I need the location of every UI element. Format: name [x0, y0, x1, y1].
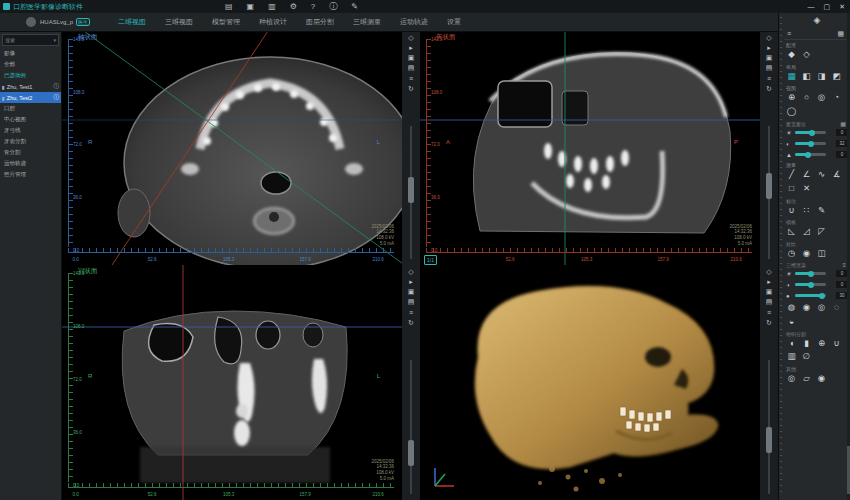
arch-upper-icon[interactable]: ∪ [785, 204, 798, 218]
play-icon[interactable]: ▸ [760, 43, 778, 53]
folder-icon[interactable]: ▤ [225, 3, 233, 11]
panel-menu-icon[interactable]: ≡ [787, 30, 791, 37]
slider-track[interactable] [795, 294, 826, 297]
slice-scrollbar[interactable] [768, 360, 770, 494]
play-icon[interactable]: ▸ [760, 277, 778, 287]
layout-grid-icon[interactable]: ▦ [785, 70, 798, 84]
edit-icon[interactable]: ✎ [351, 3, 358, 11]
slider-track[interactable] [795, 153, 826, 156]
preset-xray-icon[interactable]: ◒ [785, 315, 798, 329]
reset-view-icon[interactable]: ◯ [785, 105, 798, 119]
list-icon[interactable]: ≡ [760, 74, 778, 84]
preset-mip-icon[interactable]: ◌ [830, 301, 843, 315]
tab-3d-measure[interactable]: 三维测量 [353, 17, 381, 27]
reset-icon[interactable]: ↻ [402, 318, 420, 328]
measure-angle-icon[interactable]: ∠ [800, 168, 813, 182]
opacity-slider[interactable]: ☀ 0 [784, 268, 850, 279]
pan-icon[interactable]: ○ [800, 91, 813, 105]
seg-cross-icon[interactable]: ⊕ [815, 337, 828, 351]
slider-track[interactable] [795, 272, 826, 275]
coronal-crosshair[interactable] [62, 265, 402, 500]
panel-grid-icon[interactable]: ▦ [837, 30, 844, 37]
seg-arch-icon[interactable]: ∪ [830, 337, 843, 351]
zoom-icon[interactable]: ◎ [815, 91, 828, 105]
point-align-icon[interactable]: ◇ [800, 48, 813, 62]
help-icon[interactable]: ? [311, 3, 315, 11]
axial-crosshair[interactable] [62, 31, 402, 265]
tab-model-manage[interactable]: 模型管理 [212, 17, 240, 27]
sidebar-item-arch-line[interactable]: 牙弓线 [0, 125, 61, 136]
window-presets-icon[interactable]: ▦ [840, 120, 846, 127]
window-icon[interactable]: ▣ [402, 287, 420, 297]
panel-icon[interactable]: ▤ [402, 63, 420, 73]
viewport-coronal[interactable]: 143.9 108.0 72.0 36.0 0.0 0.0 52.6 105.3… [62, 265, 402, 500]
sidebar-item-bone-segment[interactable]: 骨分割 [0, 147, 61, 158]
density-slider[interactable]: ● 30 [784, 290, 850, 301]
eraser-icon[interactable]: ▱ [800, 372, 813, 386]
layout-right-icon[interactable]: ◨ [815, 70, 828, 84]
sidebar-item-oral[interactable]: 口腔 [0, 103, 61, 114]
sidebar-item-tooth-segment[interactable]: 牙齿分割 [0, 136, 61, 147]
gear-icon[interactable]: ⚙ [290, 3, 297, 11]
measure-rect-icon[interactable]: □ [785, 182, 798, 196]
window-icon[interactable]: ▣ [760, 287, 778, 297]
layout-left-icon[interactable]: ◧ [800, 70, 813, 84]
avatar[interactable] [26, 17, 36, 27]
scrollbar-thumb[interactable] [766, 427, 772, 453]
preset-soft-icon[interactable]: ◍ [785, 301, 798, 315]
expand-icon[interactable]: ◇ [402, 33, 420, 43]
maximize-button[interactable]: ▢ [824, 3, 831, 10]
seg-implant-icon[interactable]: ▮ [800, 337, 813, 351]
chevron-down-icon[interactable]: ▾ [53, 37, 56, 43]
annotate-pen-icon[interactable]: ✎ [815, 204, 828, 218]
visibility-icon[interactable]: ◉ [815, 372, 828, 386]
seg-teeth-icon[interactable]: ▥ [785, 350, 798, 364]
measure-line-icon[interactable]: ╱ [785, 168, 798, 182]
slider-track[interactable] [795, 283, 826, 286]
minimize-button[interactable]: — [808, 3, 815, 10]
patient-info-icon[interactable]: ⓘ [54, 83, 60, 90]
template-3-icon[interactable]: ◸ [815, 225, 828, 239]
measure-curve-icon[interactable]: ∿ [815, 168, 828, 182]
viewport-axial[interactable]: 143.9 108.0 72.0 36.0 0.0 0.0 52.6 105.3… [62, 31, 402, 265]
tab-layer-segment[interactable]: 图层分割 [306, 17, 334, 27]
reset-icon[interactable]: ↻ [760, 318, 778, 328]
reset-icon[interactable]: ↻ [402, 84, 420, 94]
slider-thumb[interactable] [808, 271, 814, 277]
print-icon[interactable]: ▥ [268, 3, 276, 11]
shade-slider[interactable]: ◑ 0 [784, 279, 850, 290]
play-icon[interactable]: ▸ [402, 43, 420, 53]
expand-icon[interactable]: ◇ [402, 267, 420, 277]
slice-scrollbar[interactable] [410, 126, 412, 259]
measure-angle3-icon[interactable]: ∡ [830, 168, 843, 182]
cube-view-icon[interactable]: ◫ [815, 247, 828, 261]
layout-corner-icon[interactable]: ◩ [830, 70, 843, 84]
sidebar-item-motion-track[interactable]: 运动轨迹 [0, 158, 61, 169]
expand-icon[interactable]: ◇ [760, 267, 778, 277]
brightness-slider[interactable]: ☀ 0 [784, 127, 850, 138]
seg-tooth-icon[interactable]: ◖ [785, 337, 798, 351]
seg-none-icon[interactable]: ∅ [800, 350, 813, 364]
sidebar-filter-selected-cases[interactable]: 已选病例 [0, 70, 61, 81]
tab-2d-view[interactable]: 二维视图 [118, 17, 146, 27]
preset-skin-icon[interactable]: ◎ [815, 301, 828, 315]
patient-row[interactable]: ▮ Zhu, Test1 ⓘ [0, 81, 61, 92]
play-icon[interactable]: ▸ [402, 277, 420, 287]
viewport-3d[interactable] [420, 265, 760, 500]
template-2-icon[interactable]: ◿ [800, 225, 813, 239]
sidebar-filter-all[interactable]: 全部 [0, 59, 61, 70]
slider-thumb[interactable] [819, 293, 825, 299]
window-icon[interactable]: ▣ [760, 53, 778, 63]
panel-icon[interactable]: ▤ [760, 63, 778, 73]
slice-scrollbar[interactable] [768, 126, 770, 259]
compare-icon[interactable]: ◉ [800, 247, 813, 261]
sagittal-crosshair[interactable] [420, 31, 760, 265]
window-icon[interactable]: ▣ [402, 53, 420, 63]
slider-thumb[interactable] [808, 282, 814, 288]
slice-pager[interactable]: 1/1 [424, 255, 437, 265]
panel-icon[interactable]: ▤ [402, 297, 420, 307]
mesh-align-icon[interactable]: ◆ [785, 48, 798, 62]
render-menu-icon[interactable]: ≡ [842, 262, 846, 268]
sharpness-slider[interactable]: ▲ 0 [784, 149, 850, 160]
viewport-sagittal[interactable]: 143.9 108.0 72.0 36.0 0.0 0.0 52.6 105.3… [420, 31, 760, 265]
